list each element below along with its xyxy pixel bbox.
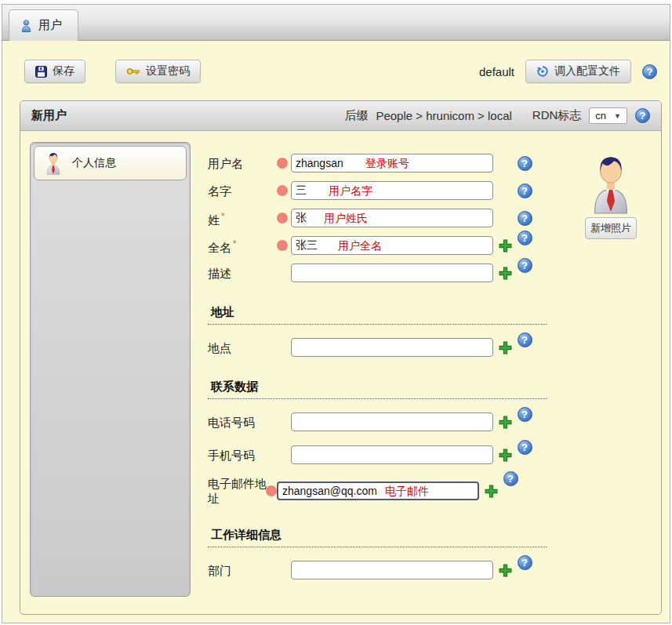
- description-label: 描述: [208, 266, 277, 281]
- location-input[interactable]: [291, 338, 493, 357]
- application-window: 用户 保存 设置密码: [0, 0, 672, 625]
- help-icon[interactable]: ?: [518, 231, 532, 245]
- description-input[interactable]: [291, 263, 493, 282]
- toolbar-right: default 调入配置文件 ?: [479, 60, 657, 83]
- panel-body: 个人信息 用户名 登录账号 ?: [20, 131, 661, 614]
- reload-icon: [536, 65, 549, 78]
- set-password-button[interactable]: 设置密码: [115, 60, 201, 83]
- panel-title: 新用户: [31, 108, 67, 123]
- add-value-icon[interactable]: [499, 416, 512, 429]
- person-icon: [43, 151, 64, 175]
- suffix-value: People > hrunicom > local: [376, 109, 511, 122]
- module-sidebar: 个人信息: [30, 142, 191, 597]
- mobile-label: 手机号码: [208, 448, 277, 463]
- add-value-icon[interactable]: [485, 485, 498, 498]
- help-icon[interactable]: ?: [518, 184, 532, 198]
- mobile-row: 手机号码 ?: [208, 445, 547, 465]
- full-name-label: 全名*: [208, 237, 277, 255]
- full-name-input[interactable]: [291, 236, 493, 255]
- first-name-input[interactable]: [291, 181, 493, 200]
- save-button-label: 保存: [53, 64, 74, 78]
- add-value-icon[interactable]: [499, 341, 512, 354]
- help-icon[interactable]: ?: [518, 407, 532, 422]
- mobile-input[interactable]: [291, 445, 493, 464]
- panel-header: 新用户 后缀 People > hrunicom > local RDN标志 c…: [20, 101, 661, 131]
- user-form: 用户名 登录账号 ? 名字 用户名: [208, 142, 547, 606]
- first-name-label: 名字: [208, 184, 277, 198]
- phone-input[interactable]: [291, 412, 493, 431]
- required-dot: [277, 213, 288, 223]
- chevron-down-icon: ▼: [614, 112, 621, 120]
- department-label: 部门: [208, 563, 277, 578]
- required-dot: [277, 185, 288, 196]
- last-name-label: 姓*: [208, 209, 277, 227]
- username-row: 用户名 登录账号 ?: [208, 153, 547, 173]
- required-asterisk: *: [221, 211, 225, 222]
- username-label: 用户名: [208, 156, 277, 171]
- tab-users-label: 用户: [38, 18, 62, 33]
- required-dot: [277, 240, 288, 251]
- content-frame: 用户 保存 设置密码: [2, 4, 670, 623]
- last-name-input[interactable]: [291, 209, 493, 227]
- sidebar-item-label: 个人信息: [72, 156, 116, 170]
- add-value-icon[interactable]: [499, 267, 512, 280]
- add-value-icon[interactable]: [499, 239, 512, 253]
- user-icon: [20, 19, 32, 33]
- rdn-select-value: cn: [595, 110, 606, 122]
- set-password-button-label: 设置密码: [146, 64, 190, 78]
- save-button[interactable]: 保存: [24, 60, 85, 83]
- section-work-details: 工作详细信息: [208, 528, 547, 547]
- help-icon[interactable]: ?: [642, 64, 657, 79]
- photo-column: 新增照片: [575, 142, 647, 606]
- add-value-icon[interactable]: [499, 449, 512, 462]
- help-icon[interactable]: ?: [503, 471, 518, 486]
- department-row: 部门 ?: [208, 560, 547, 580]
- help-icon[interactable]: ?: [635, 108, 650, 123]
- new-user-panel: 新用户 后缀 People > hrunicom > local RDN标志 c…: [20, 100, 662, 615]
- tab-bar: 用户: [2, 5, 670, 41]
- email-input[interactable]: [277, 481, 479, 500]
- profile-name: default: [479, 65, 514, 78]
- required-dot: [266, 485, 277, 496]
- phone-row: 电话号码 ?: [208, 412, 547, 432]
- last-name-row: 姓* 用户姓氏 ?: [208, 208, 547, 228]
- help-icon[interactable]: ?: [518, 555, 532, 570]
- location-label: 地点: [208, 340, 277, 355]
- first-name-row: 名字 用户名字 ?: [208, 180, 547, 201]
- rdn-select[interactable]: cn ▼: [589, 107, 627, 124]
- floppy-disk-icon: [35, 66, 47, 78]
- department-input[interactable]: [291, 561, 493, 580]
- description-row: 描述 ?: [208, 263, 547, 283]
- required-asterisk: *: [233, 238, 237, 249]
- section-contact: 联系数据: [208, 380, 547, 399]
- load-profile-button-label: 调入配置文件: [554, 64, 620, 78]
- help-icon[interactable]: ?: [518, 332, 532, 347]
- add-photo-button[interactable]: 新增照片: [585, 217, 637, 239]
- help-icon[interactable]: ?: [518, 156, 532, 171]
- phone-label: 电话号码: [208, 415, 277, 430]
- user-photo-placeholder: [585, 153, 637, 214]
- section-address: 地址: [208, 305, 547, 325]
- load-profile-button[interactable]: 调入配置文件: [525, 60, 631, 83]
- username-input[interactable]: [291, 154, 493, 173]
- add-value-icon[interactable]: [499, 564, 512, 577]
- required-dot: [277, 158, 288, 169]
- panel-header-right: 后缀 People > hrunicom > local RDN标志 cn ▼ …: [344, 107, 650, 124]
- help-icon[interactable]: ?: [518, 258, 532, 273]
- sidebar-item-personal-info[interactable]: 个人信息: [34, 146, 187, 180]
- email-row: 电子邮件地址 电子邮件 ?: [208, 476, 547, 506]
- key-icon: [126, 67, 140, 76]
- help-icon[interactable]: ?: [518, 440, 532, 455]
- rdn-label: RDN标志: [532, 108, 582, 123]
- suffix-label: 后缀: [344, 108, 368, 123]
- help-icon[interactable]: ?: [518, 211, 532, 226]
- location-row: 地点 ?: [208, 337, 547, 358]
- toolbar: 保存 设置密码 default: [2, 41, 670, 96]
- tab-users[interactable]: 用户: [9, 9, 78, 41]
- full-name-row: 全名* 用户全名 ?: [208, 235, 547, 256]
